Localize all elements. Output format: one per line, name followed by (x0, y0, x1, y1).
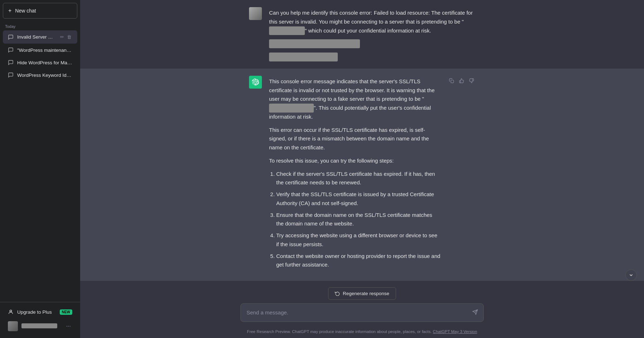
chevron-down-icon (629, 273, 634, 278)
thumbs-down-button[interactable] (468, 77, 475, 85)
chat-area: Can you help me identify this console er… (80, 0, 644, 282)
upgrade-to-plus-button[interactable]: Upgrade to Plus NEW (3, 306, 77, 318)
chat2-label: "WordPress maintenance plug (17, 48, 72, 53)
user-profile-item[interactable]: ··· (3, 318, 77, 334)
redacted-line2 (269, 53, 338, 61)
gpt-avatar-wrapper (249, 76, 262, 89)
user-message-redacted2 (269, 53, 475, 61)
chat3-label: Hide WordPress for Maintenan (17, 60, 72, 65)
user-menu-button[interactable]: ··· (65, 322, 72, 330)
sidebar-bottom: Upgrade to Plus NEW ··· (0, 302, 80, 338)
bottom-area: Regenerate response Free Research Previe… (80, 282, 644, 338)
sidebar-item-chat4[interactable]: WordPress Keyword Ideas. (3, 69, 77, 81)
chat1-actions: ✏ 🗑 (59, 34, 72, 40)
avatar (8, 321, 18, 331)
sidebar-item-chat3[interactable]: Hide WordPress for Maintenan (3, 56, 77, 69)
step4: Try accessing the website using a differ… (276, 231, 441, 249)
regenerate-icon (335, 291, 340, 296)
new-chat-button[interactable]: + New chat (3, 3, 77, 19)
assistant-para1: This console error message indicates tha… (269, 77, 441, 121)
sidebar-item-chat1[interactable]: Invalid Server Certificat ✏ 🗑 (3, 30, 77, 44)
gpt-avatar (249, 76, 262, 89)
gpt-logo-icon (252, 79, 259, 86)
step3: Ensure that the domain name on the SSL/T… (276, 211, 441, 229)
chat-icon (8, 72, 14, 78)
resolution-steps-list: Check if the server's SSL/TLS certificat… (269, 170, 441, 270)
chat-icon (8, 34, 14, 40)
user-avatar-wrapper (249, 7, 262, 20)
assistant-message-row: This console error message indicates tha… (80, 69, 644, 281)
regenerate-response-button[interactable]: Regenerate response (328, 287, 396, 300)
assistant-para3: To resolve this issue, you can try the f… (269, 156, 441, 165)
redacted-domain (269, 26, 305, 35)
disclaimer-text: Free Research Preview. ChatGPT may produ… (247, 327, 477, 338)
assistant-message-actions (448, 76, 475, 274)
disclaimer-link[interactable]: ChatGPT May 3 Version (433, 329, 477, 334)
copy-message-button[interactable] (448, 77, 455, 85)
user-message-row: Can you help me identify this console er… (80, 0, 644, 69)
regenerate-label: Regenerate response (343, 291, 389, 296)
user-name (21, 323, 61, 329)
main-content: Can you help me identify this console er… (80, 0, 644, 338)
sidebar: + New chat Today Invalid Server Certific… (0, 0, 80, 338)
user-avatar-image (249, 7, 262, 20)
assistant-message-inner: This console error message indicates tha… (240, 76, 484, 274)
chat-icon (8, 60, 14, 65)
svg-point-0 (10, 310, 11, 312)
thumbs-up-button[interactable] (458, 77, 465, 85)
user-icon (8, 309, 14, 315)
user-message-content: Can you help me identify this console er… (269, 7, 475, 61)
send-icon (472, 309, 478, 315)
delete-chat-button[interactable]: 🗑 (66, 34, 72, 40)
svg-rect-1 (451, 80, 454, 83)
disclaimer-static: Free Research Preview. ChatGPT may produ… (247, 329, 431, 334)
user-message-redacted1 (269, 39, 475, 48)
scroll-to-bottom-button[interactable] (625, 269, 637, 281)
message-input-container (240, 303, 484, 323)
sidebar-item-chat2[interactable]: "WordPress maintenance plug (3, 44, 77, 56)
step2: Verify that the SSL/TLS certificate is i… (276, 190, 441, 208)
chat-icon (8, 47, 14, 53)
redacted-line1 (269, 39, 360, 48)
chat1-label: Invalid Server Certificat (17, 34, 56, 40)
new-chat-label: New chat (15, 8, 36, 14)
chat4-label: WordPress Keyword Ideas. (17, 73, 72, 78)
today-label: Today (0, 21, 80, 30)
assistant-message-content: This console error message indicates tha… (269, 76, 441, 274)
redacted-domain-2 (269, 104, 314, 113)
upgrade-label: Upgrade to Plus (17, 309, 52, 315)
avatar-image (8, 321, 18, 331)
assistant-para2: This error can occur if the SSL/TLS cert… (269, 126, 441, 152)
send-button[interactable] (471, 308, 479, 318)
step1: Check if the server's SSL/TLS certificat… (276, 170, 441, 188)
user-avatar (249, 7, 262, 20)
chat-list: Today Invalid Server Certificat ✏ 🗑 "Wor… (0, 21, 80, 302)
step5: Contact the website owner or hosting pro… (276, 252, 441, 270)
user-message-text: Can you help me identify this console er… (269, 9, 475, 35)
plus-icon: + (8, 8, 11, 14)
new-badge: NEW (60, 309, 72, 315)
user-message-inner: Can you help me identify this console er… (240, 7, 484, 61)
edit-chat-button[interactable]: ✏ (59, 34, 65, 40)
message-input[interactable] (240, 303, 484, 322)
